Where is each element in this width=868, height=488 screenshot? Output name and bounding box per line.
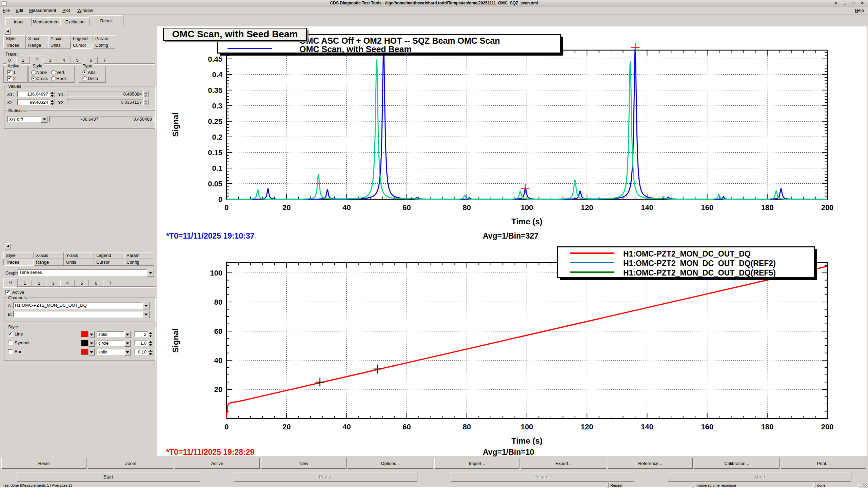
line-style-dropdown-icon[interactable] — [124, 331, 131, 338]
pane-tab-cursor[interactable]: Cursor — [94, 259, 124, 266]
calibration-button[interactable]: Calibration... — [694, 458, 779, 469]
statistics-mode-dropdown-icon[interactable] — [41, 116, 47, 123]
pane-tab-cursor[interactable]: Cursor — [71, 42, 93, 49]
close-icon[interactable]: ✕ — [860, 1, 865, 5]
reference-button[interactable]: Reference... — [608, 458, 693, 469]
menu-plot[interactable]: Plot — [62, 8, 70, 13]
symbol-style-dropdown-icon[interactable] — [124, 340, 131, 347]
x1-spinner[interactable] — [50, 91, 55, 97]
type-delta-radio[interactable] — [82, 76, 87, 81]
pane-tab-legend[interactable]: Legend — [71, 35, 93, 42]
new-button[interactable]: New — [261, 458, 346, 469]
trace-button-7[interactable]: 7 — [103, 280, 117, 287]
trace-button-5[interactable]: 5 — [71, 57, 84, 64]
options-button[interactable]: Options... — [348, 458, 433, 469]
active-2-checkbox[interactable] — [7, 76, 12, 81]
menu-file[interactable]: File — [3, 8, 10, 13]
start-button[interactable]: Start — [17, 472, 200, 482]
pane-tab-units[interactable]: Units — [64, 259, 94, 266]
symbol-size-field[interactable]: 1.0 — [134, 340, 148, 346]
trace-button-3[interactable]: 3 — [43, 57, 57, 64]
zoom-button[interactable]: Zoom — [88, 458, 173, 469]
line-width-spinner[interactable] — [148, 331, 153, 337]
style-horiz-radio[interactable] — [51, 76, 56, 81]
pane-tab-range[interactable]: Range — [34, 259, 64, 266]
trace-button-2[interactable]: 2 — [30, 56, 43, 64]
trace-button-1[interactable]: 1 — [16, 57, 30, 64]
trace-button-2[interactable]: 2 — [32, 280, 46, 287]
channel-b-select[interactable] — [13, 311, 143, 318]
pane-tab-xaxis[interactable]: X-axis — [26, 35, 48, 42]
trace-button-4[interactable]: 4 — [60, 280, 75, 287]
bar-style-dropdown-icon[interactable] — [124, 349, 131, 355]
trace-button-0[interactable]: 0 — [3, 57, 16, 64]
pane-tab-legend[interactable]: Legend — [94, 252, 124, 259]
trace-button-5[interactable]: 5 — [75, 280, 89, 287]
pane-tab-units[interactable]: Units — [48, 42, 71, 49]
graph-type-dropdown-icon[interactable] — [147, 269, 154, 277]
titlebar[interactable]: CDS Diagnostic Test Tools - /ligo/home/m… — [0, 0, 868, 6]
graph-type-select[interactable]: Time series — [18, 269, 147, 276]
trace-button-7[interactable]: 7 — [98, 57, 111, 64]
resize-grip-icon[interactable] — [863, 484, 867, 488]
trace-button-3[interactable]: 3 — [46, 280, 60, 287]
symbol-style-select[interactable]: circle — [97, 340, 124, 346]
pane-tab-traces[interactable]: Traces — [3, 42, 26, 49]
channel-a-select[interactable]: H1:OMC-PZT2_MON_DC_OUT_DQ — [13, 302, 143, 309]
symbol-size-spinner[interactable] — [148, 340, 153, 346]
tab-result[interactable]: Result — [90, 15, 123, 26]
pane-tab-xaxis[interactable]: X-axis — [34, 252, 64, 259]
tab-measurement[interactable]: Measurement — [32, 17, 60, 26]
statistics-mode-select[interactable]: X/Y diff — [7, 116, 41, 122]
x2-field[interactable]: 99.40324 — [17, 99, 50, 105]
maximize-icon[interactable]: □ — [851, 1, 856, 5]
tab-excitation[interactable]: Excitation — [60, 17, 90, 26]
pane-tab-param[interactable]: Param — [124, 252, 154, 259]
menu-measurement[interactable]: Measurement — [29, 8, 56, 13]
active-button[interactable]: Active — [175, 458, 260, 469]
pane-tab-yaxis[interactable]: Y-axis — [64, 252, 94, 259]
style-cross-radio[interactable] — [31, 76, 36, 81]
pane-tab-config[interactable]: Config — [93, 42, 115, 49]
line-color-dropdown-icon[interactable] — [88, 331, 95, 338]
trace-button-6[interactable]: 6 — [84, 57, 98, 64]
channel-a-dropdown-icon[interactable] — [143, 302, 150, 309]
trace-button-0[interactable]: 0 — [3, 279, 18, 287]
symbol-color-dropdown-icon[interactable] — [88, 340, 95, 347]
reset-button[interactable]: Reset — [1, 458, 86, 469]
pane-tab-yaxis[interactable]: Y-axis — [48, 35, 71, 42]
pane-tab-traces[interactable]: Traces — [3, 259, 34, 266]
menu-help[interactable]: Help — [855, 8, 864, 13]
line-width-field[interactable]: 2 — [134, 331, 148, 337]
trace-button-4[interactable]: 4 — [57, 57, 71, 64]
bar-width-field[interactable]: 0.10 — [134, 349, 148, 355]
trace-button-1[interactable]: 1 — [18, 280, 32, 287]
bar-style-select[interactable]: solid — [97, 349, 124, 355]
trace-active-checkbox[interactable] — [5, 290, 10, 295]
bar-color-swatch[interactable] — [81, 349, 88, 355]
style-none-radio[interactable] — [31, 70, 36, 75]
collapse-panel-icon[interactable]: ◀ — [5, 28, 11, 35]
pane-tab-config[interactable]: Config — [124, 259, 154, 266]
x1-field[interactable]: 136.04697 — [17, 91, 50, 97]
import-button[interactable]: Import... — [434, 458, 519, 469]
trace-button-6[interactable]: 6 — [89, 280, 103, 287]
pane-tab-param[interactable]: Param — [93, 35, 115, 42]
bar-checkbox[interactable] — [8, 349, 13, 354]
channel-b-dropdown-icon[interactable] — [143, 311, 150, 318]
print-button[interactable]: Print... — [781, 458, 866, 469]
x2-spinner[interactable] — [50, 99, 55, 105]
menu-edit[interactable]: Edit — [16, 8, 23, 13]
tab-input[interactable]: Input — [5, 17, 32, 26]
pane-tab-style[interactable]: Style — [3, 252, 34, 259]
menu-window[interactable]: Window — [77, 8, 93, 13]
pane-tab-style[interactable]: Style — [3, 35, 26, 42]
minimize-icon[interactable]: _ — [842, 1, 847, 5]
collapse-panel-icon[interactable]: ◀ — [5, 243, 11, 249]
line-style-select[interactable]: solid — [97, 331, 124, 337]
export-button[interactable]: Export... — [521, 458, 606, 469]
line-checkbox[interactable] — [8, 332, 13, 337]
type-abs-radio[interactable] — [82, 70, 87, 75]
symbol-color-swatch[interactable] — [81, 340, 88, 346]
symbol-checkbox[interactable] — [8, 341, 13, 345]
